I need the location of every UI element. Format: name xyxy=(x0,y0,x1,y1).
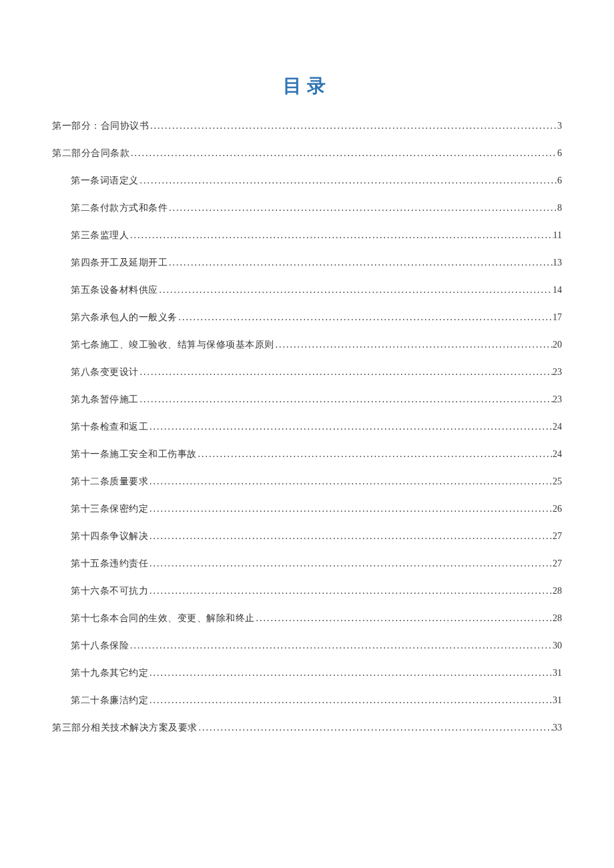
toc-dots xyxy=(198,723,553,733)
toc-dots xyxy=(168,258,553,268)
toc-entry-label: 第六条承包人的一般义务 xyxy=(71,312,178,324)
toc-entry-page: 6 xyxy=(557,175,562,186)
toc-entry-page: 3 xyxy=(557,121,562,131)
toc-entry-page: 13 xyxy=(553,258,562,268)
toc-entry-label: 第七条施工、竣工验收、结算与保修项基本原则 xyxy=(71,339,274,351)
toc-dots xyxy=(148,558,553,569)
toc-dots xyxy=(168,203,557,213)
toc-entry-page: 23 xyxy=(553,394,562,405)
toc-dots xyxy=(129,230,553,241)
toc-dots xyxy=(148,422,553,432)
toc-entry: 第二条付款方式和条件8 xyxy=(52,202,562,214)
toc-dots xyxy=(148,586,553,596)
toc-entry: 第十条检查和返工24 xyxy=(52,421,562,433)
toc-entry-page: 28 xyxy=(553,586,562,596)
toc-entry-label: 第二条付款方式和条件 xyxy=(71,202,168,214)
toc-dots xyxy=(139,367,553,378)
toc-title: 目录 xyxy=(52,73,562,99)
toc-dots xyxy=(178,312,553,323)
toc-entry-page: 14 xyxy=(553,285,562,296)
toc-entry-label: 第十一条施工安全和工伤事故 xyxy=(71,448,197,460)
toc-entry-page: 6 xyxy=(557,148,562,159)
toc-dots xyxy=(149,121,557,131)
toc-entry-label: 第一部分：合同协议书 xyxy=(52,120,149,132)
toc-entry-page: 23 xyxy=(553,367,562,378)
toc-entry-page: 20 xyxy=(553,340,562,350)
toc-entry-page: 26 xyxy=(553,504,562,514)
toc-dots xyxy=(139,394,553,405)
toc-entry-label: 第三条监理人 xyxy=(71,230,129,242)
toc-entry: 第七条施工、竣工验收、结算与保修项基本原则20 xyxy=(52,339,562,351)
toc-entry-page: 11 xyxy=(553,230,562,241)
toc-dots xyxy=(129,148,557,159)
toc-entry-page: 33 xyxy=(553,723,562,733)
toc-dots xyxy=(148,504,553,514)
toc-entry-label: 第二部分合同条款 xyxy=(52,147,129,159)
toc-dots xyxy=(139,175,558,186)
toc-entry: 第一条词语定义6 xyxy=(52,175,562,187)
toc-entry: 第十九条其它约定31 xyxy=(52,667,562,679)
toc-entry-label: 第九条暂停施工 xyxy=(71,394,139,406)
toc-entry: 第五条设备材料供应14 xyxy=(52,284,562,296)
toc-entry-label: 第十二条质量要求 xyxy=(71,476,148,488)
toc-entry: 第一部分：合同协议书3 xyxy=(52,120,562,132)
toc-entry-page: 24 xyxy=(553,449,562,460)
toc-entry: 第六条承包人的一般义务17 xyxy=(52,312,562,324)
toc-entry-page: 8 xyxy=(557,203,562,213)
toc-entry-page: 27 xyxy=(553,531,562,542)
toc-entry: 第三部分相关技术解决方案及要求33 xyxy=(52,722,562,734)
toc-entry-label: 第十五条违约责任 xyxy=(71,558,148,570)
toc-entry: 第二十条廉洁约定31 xyxy=(52,695,562,707)
toc-entry-label: 第十三条保密约定 xyxy=(71,503,148,515)
toc-entry-page: 17 xyxy=(553,312,562,323)
toc-entry: 第十四条争议解决27 xyxy=(52,530,562,542)
toc-entry-page: 31 xyxy=(553,695,562,706)
toc-entry-page: 31 xyxy=(553,668,562,679)
toc-entry: 第二部分合同条款6 xyxy=(52,147,562,159)
toc-entry: 第十八条保险30 xyxy=(52,640,562,652)
toc-entry: 第十六条不可抗力28 xyxy=(52,585,562,597)
toc-dots xyxy=(255,613,553,624)
toc-entry: 第十七条本合同的生效、变更、解除和终止28 xyxy=(52,612,562,624)
toc-entry-label: 第二十条廉洁约定 xyxy=(71,695,148,707)
toc-entry-label: 第十四条争议解决 xyxy=(71,530,148,542)
toc-entry-label: 第十六条不可抗力 xyxy=(71,585,148,597)
toc-entry-label: 第八条变更设计 xyxy=(71,366,139,378)
toc-entry: 第十三条保密约定26 xyxy=(52,503,562,515)
toc-dots xyxy=(197,449,553,460)
toc-entry-label: 第一条词语定义 xyxy=(71,175,139,187)
toc-entry-label: 第十九条其它约定 xyxy=(71,667,148,679)
toc-entry-label: 第三部分相关技术解决方案及要求 xyxy=(52,722,198,734)
toc-dots xyxy=(148,531,553,542)
toc-entry-page: 30 xyxy=(553,640,562,651)
toc-list: 第一部分：合同协议书3第二部分合同条款6第一条词语定义6第二条付款方式和条件8第… xyxy=(52,120,562,734)
toc-entry: 第十一条施工安全和工伤事故24 xyxy=(52,448,562,460)
toc-dots xyxy=(148,695,553,706)
toc-dots xyxy=(158,285,553,296)
toc-entry: 第四条开工及延期开工13 xyxy=(52,257,562,269)
toc-entry-page: 25 xyxy=(553,476,562,487)
toc-entry-page: 24 xyxy=(553,422,562,432)
toc-dots xyxy=(129,640,553,651)
toc-entry: 第八条变更设计23 xyxy=(52,366,562,378)
toc-entry: 第十二条质量要求25 xyxy=(52,476,562,488)
toc-entry-page: 27 xyxy=(553,558,562,569)
toc-entry: 第十五条违约责任27 xyxy=(52,558,562,570)
toc-entry-page: 28 xyxy=(553,613,562,624)
toc-entry-label: 第四条开工及延期开工 xyxy=(71,257,168,269)
toc-entry-label: 第五条设备材料供应 xyxy=(71,284,158,296)
toc-dots xyxy=(274,340,553,350)
toc-entry: 第九条暂停施工23 xyxy=(52,394,562,406)
toc-entry: 第三条监理人11 xyxy=(52,230,562,242)
toc-entry-label: 第十七条本合同的生效、变更、解除和终止 xyxy=(71,612,255,624)
toc-dots xyxy=(148,668,553,679)
toc-dots xyxy=(148,476,553,487)
toc-entry-label: 第十八条保险 xyxy=(71,640,129,652)
toc-entry-label: 第十条检查和返工 xyxy=(71,421,148,433)
